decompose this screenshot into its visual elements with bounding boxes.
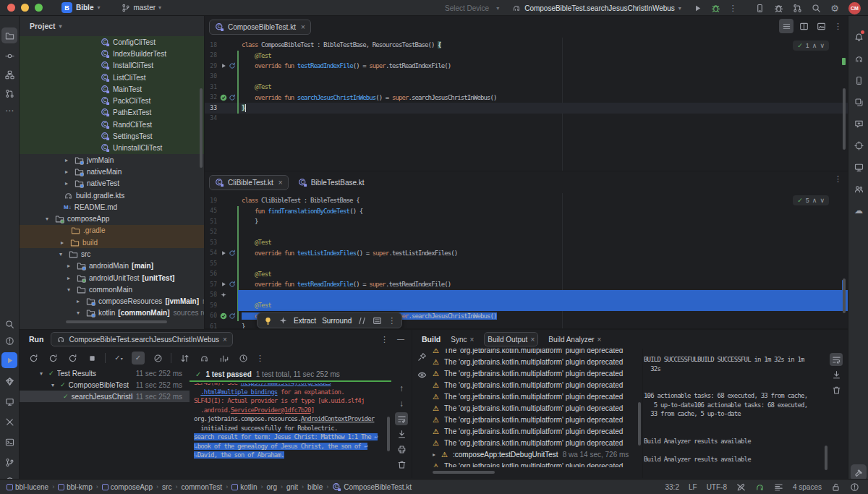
code-line-55[interactable]: 55	[205, 258, 848, 269]
search-icon[interactable]	[812, 4, 821, 13]
code-line-29[interactable]: 29 override fun testReadIndexFile() = su…	[205, 61, 848, 72]
scroll-end-button[interactable]	[830, 368, 843, 381]
close-icon[interactable]: ×	[223, 336, 227, 344]
code-line-45[interactable]: 45 fun findTranslationByCodeTest() {	[205, 206, 848, 217]
run-icon[interactable]	[693, 4, 702, 13]
surround-action[interactable]: Surround	[322, 317, 352, 325]
test-node-composebibletest[interactable]: ▾✓ComposeBibleTest11 sec 252 ms	[20, 379, 190, 391]
arrow-down-button[interactable]: ↓	[395, 397, 408, 410]
tab-composebibletest[interactable]: C ComposeBibleTest.kt ×	[209, 20, 311, 35]
history-button[interactable]	[237, 352, 250, 365]
next-inspection-icon[interactable]: ∨	[820, 197, 825, 204]
tab-sync[interactable]: Sync ×	[448, 332, 477, 346]
run-test-icon[interactable]	[220, 62, 227, 69]
stripe-app-insights[interactable]	[851, 137, 867, 153]
breadcrumb-kotlin[interactable]: kotlin	[231, 483, 257, 491]
chevron-right-icon[interactable]: ▸	[65, 169, 75, 175]
tree-item-uninstallclitest[interactable]: CUninstallCliTest	[20, 142, 204, 154]
build-warning-row[interactable]: ⚠The 'org.jetbrains.kotlin.multiplatform…	[433, 402, 641, 414]
more-icon[interactable]: ⋮	[380, 335, 388, 344]
eye-button[interactable]	[415, 368, 428, 381]
hide-panel-icon[interactable]: —	[397, 335, 404, 344]
comment-icon[interactable]	[357, 316, 367, 325]
troubleshoot-icon[interactable]	[774, 4, 783, 13]
close-icon[interactable]: ×	[469, 336, 474, 344]
gradle-button[interactable]	[197, 352, 210, 365]
tab-build-analyzer[interactable]: Build Analyzer ×	[545, 332, 604, 346]
maximize-window-button[interactable]	[35, 4, 43, 12]
breadcrumb-org[interactable]: org	[267, 483, 277, 491]
code-line-51[interactable]: 51 }	[205, 216, 848, 227]
extract-action[interactable]: Extract	[294, 317, 316, 325]
gradle-sync-ok-icon[interactable]	[755, 482, 765, 492]
chevron-right-icon[interactable]: ▸	[77, 298, 86, 305]
stripe-problems[interactable]	[1, 333, 17, 349]
indent-setting[interactable]: 4 spaces	[793, 483, 822, 491]
code-line-18[interactable]: 18class ComposeBibleTest : BibleTestBase…	[205, 40, 848, 51]
code-line-32[interactable]: 32 override fun searchJesusChristInWebus…	[205, 93, 848, 103]
build-warning-row[interactable]: ⚠The 'org.jetbrains.kotlin.multiplatform…	[433, 391, 641, 402]
split-view-button[interactable]	[796, 19, 811, 33]
code-line-56[interactable]: 56 @Test	[205, 269, 848, 280]
rerun-failed-button[interactable]	[46, 352, 59, 365]
chevron-right-icon[interactable]: ▸	[67, 275, 77, 281]
file-encoding[interactable]: UTF-8	[707, 483, 727, 491]
chevron-down-icon[interactable]: ▾	[77, 310, 86, 316]
tree-item-nativetest[interactable]: ▸nativeTest	[20, 178, 204, 189]
test-passed-icon[interactable]	[220, 312, 227, 320]
sort-button[interactable]	[178, 352, 191, 365]
clear-button[interactable]	[395, 458, 408, 471]
build-warning-row[interactable]: ⚠The 'org.jetbrains.kotlin.multiplatform…	[433, 414, 641, 425]
scroll-end-button[interactable]	[395, 427, 408, 440]
tree-item-androidmain[interactable]: ▸androidMain[main]	[20, 260, 204, 272]
tree-item-src[interactable]: ▾src	[20, 248, 204, 260]
code-line-19[interactable]: 19class CliBibleTest : BibleTestBase {	[205, 195, 848, 206]
code-line-31[interactable]: 31 @Test	[205, 82, 848, 93]
tree-item-build-gradle-kts[interactable]: build.gradle.kts	[20, 189, 204, 201]
window-controls[interactable]	[7, 4, 43, 12]
prev-inspection-icon[interactable]: ∧	[812, 197, 817, 204]
rerun-test-icon[interactable]	[229, 62, 236, 69]
stop-button[interactable]	[85, 352, 98, 365]
tree-item-randclitest[interactable]: CRandCliTest	[20, 119, 204, 130]
tree-item-listclitest[interactable]: CListCliTest	[20, 72, 204, 83]
inspections-widget[interactable]: ✓1 ∧∨	[793, 41, 829, 51]
build-warning-row[interactable]: ⚠The 'org.jetbrains.kotlin.multiplatform…	[433, 437, 641, 448]
tab-bibletestbase[interactable]: C BibleTestBase.kt	[293, 175, 370, 190]
list-view-button[interactable]	[779, 19, 793, 33]
stripe-more[interactable]: ⋯	[1, 103, 17, 119]
soft-wrap-button[interactable]	[395, 412, 408, 425]
close-icon[interactable]: ×	[530, 336, 535, 344]
stripe-tools[interactable]	[1, 414, 17, 430]
tab-clibibletest[interactable]: C CliBibleTest.kt ×	[209, 175, 289, 190]
breadcrumb-bible[interactable]: bible	[307, 483, 323, 491]
code-review-icon[interactable]	[793, 4, 802, 13]
settings-icon[interactable]: ⚙	[830, 4, 839, 13]
tab-build-output[interactable]: Build Output ×	[484, 332, 538, 346]
run-tab[interactable]: ComposeBibleTest.searchJesusChristInWebu…	[51, 332, 233, 346]
tree-item-jvmmain[interactable]: ▸jvmMain	[20, 154, 204, 166]
build-task-row[interactable]: ▸⚠:composeApp:testDebugUnitTest8 wa 14 s…	[433, 448, 641, 460]
breadcrumb-gnit[interactable]: gnit	[286, 483, 298, 491]
code-area-top[interactable]: 18class ComposeBibleTest : BibleTestBase…	[205, 38, 848, 124]
editor-bottom-scrollbar[interactable]	[843, 278, 846, 313]
code-line-30[interactable]: 30	[205, 72, 848, 82]
run-configuration[interactable]: ComposeBibleTest.searchJesusChristInWebu…	[512, 4, 681, 12]
stripe-vcs[interactable]	[1, 454, 17, 470]
stripe-devices[interactable]	[1, 393, 17, 409]
close-window-button[interactable]	[7, 4, 15, 12]
stripe-device-manager[interactable]	[851, 72, 867, 88]
rerun-test-icon[interactable]	[229, 312, 236, 320]
chevron-right-icon[interactable]: ▸	[61, 239, 70, 246]
rerun-auto-button[interactable]	[66, 352, 79, 365]
show-passed-button[interactable]: ✓▾	[112, 352, 125, 365]
stripe-device-explorer[interactable]	[851, 94, 867, 110]
stripe-community[interactable]	[851, 181, 867, 197]
stripe-pull-requests[interactable]	[1, 85, 17, 101]
stripe-structure[interactable]	[1, 67, 17, 82]
code-line-52[interactable]: 52	[205, 227, 848, 238]
code-line-57[interactable]: 57 override fun testReadIndexFile() = su…	[205, 279, 848, 290]
build-console-scrollbar[interactable]	[825, 446, 827, 470]
tree-item-readme-md[interactable]: M↓README.md	[20, 201, 204, 213]
tree-item-maintest[interactable]: CMainTest	[20, 83, 204, 95]
